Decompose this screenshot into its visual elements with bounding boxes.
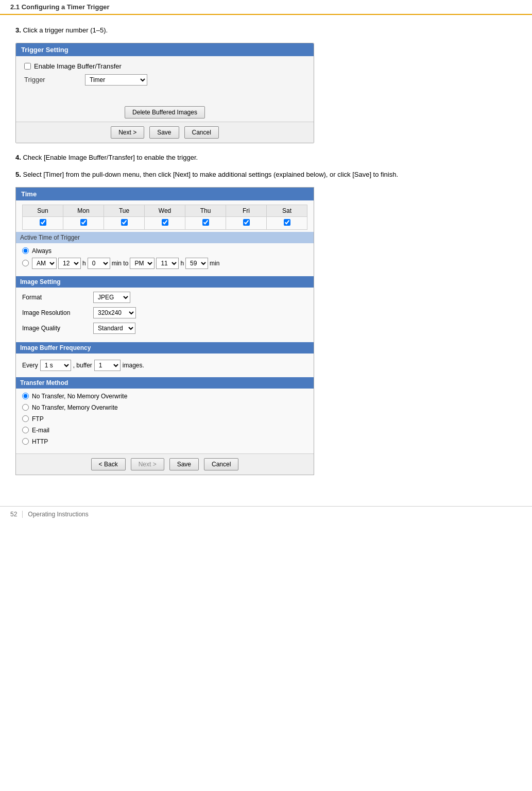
enable-image-label: Enable Image Buffer/Transfer <box>34 62 122 70</box>
from-min-select[interactable]: 01510 1520304559 <box>88 258 110 269</box>
always-label: Always <box>32 247 52 255</box>
time-section-header: Time <box>16 188 314 200</box>
from-ampm-select[interactable]: AMPM <box>32 258 57 269</box>
always-row: Always <box>22 247 307 255</box>
save-button[interactable]: Save <box>169 458 199 470</box>
transfer-radio-4[interactable] <box>22 438 29 445</box>
trigger-cancel-button[interactable]: Cancel <box>184 126 219 139</box>
trigger-select[interactable]: Timer Schedule Motion Detection <box>85 74 147 86</box>
day-thu-header: Thu <box>185 205 226 216</box>
step-4-text: Check [Enable Image Buffer/Transfer] to … <box>23 154 198 161</box>
enable-image-row: Enable Image Buffer/Transfer <box>24 62 305 70</box>
time-range-radio[interactable] <box>22 260 29 266</box>
transfer-option-2: FTP <box>22 415 307 423</box>
transfer-radio-2[interactable] <box>22 415 29 422</box>
cancel-button[interactable]: Cancel <box>204 458 238 470</box>
time-days-area: Sun Mon Tue Wed Thu Fri Sat <box>16 200 314 232</box>
buffer-select[interactable]: 123 4510 2050100 <box>94 360 121 371</box>
format-label: Format <box>22 294 89 301</box>
buffer-label: , buffer <box>73 362 92 369</box>
page-footer: 52 Operating Instructions <box>0 506 532 522</box>
trigger-setting-panel: Trigger Setting Enable Image Buffer/Tran… <box>15 43 314 143</box>
day-sun-checkbox[interactable] <box>40 219 46 226</box>
back-button[interactable]: < Back <box>91 458 126 470</box>
transfer-radio-0[interactable] <box>22 393 29 399</box>
quality-select[interactable]: StandardFineSuperfine <box>93 323 135 334</box>
transfer-label-3: E-mail <box>32 427 49 434</box>
transfer-label-2: FTP <box>32 415 44 423</box>
trigger-setting-footer: Next > Save Cancel <box>16 122 314 143</box>
from-h-select[interactable]: 12123 4567 891011 <box>58 258 81 269</box>
trigger-setting-body: Enable Image Buffer/Transfer Trigger Tim… <box>16 56 314 119</box>
transfer-method-header: Transfer Method <box>16 377 314 389</box>
next-button[interactable]: Next > <box>131 458 164 470</box>
delete-buffered-button[interactable]: Delete Buffered Images <box>125 106 205 119</box>
enable-image-checkbox[interactable] <box>24 63 31 70</box>
day-mon-cell <box>63 216 104 229</box>
step-5-num: 5. <box>15 171 21 178</box>
step-3-num: 3. <box>15 26 21 34</box>
transfer-option-0: No Transfer, No Memory Overwrite <box>22 393 307 400</box>
trigger-save-button[interactable]: Save <box>149 126 179 139</box>
page-content: 3. Click a trigger number (1–5). Trigger… <box>0 15 532 496</box>
page-title: 2.1 Configuring a Timer Trigger <box>10 3 110 11</box>
time-main-panel: Time Sun Mon Tue Wed Thu Fri Sat <box>15 187 314 475</box>
quality-row: Image Quality StandardFineSuperfine <box>22 323 307 334</box>
to-ampm-select[interactable]: AMPM <box>130 258 155 269</box>
every-row: Every 1 s2 s5 s 10 s30 s1 min , buffer 1… <box>22 358 307 373</box>
time-range-row: AMPM 12123 4567 891011 h 01510 152030455… <box>22 258 307 269</box>
day-tue-cell <box>104 216 145 229</box>
delete-row: Delete Buffered Images <box>24 106 305 119</box>
image-buffer-header: Image Buffer Frequency <box>16 342 314 354</box>
transfer-radio-3[interactable] <box>22 427 29 433</box>
every-select[interactable]: 1 s2 s5 s 10 s30 s1 min <box>40 360 71 371</box>
trigger-setting-header: Trigger Setting <box>16 43 314 56</box>
day-mon-header: Mon <box>63 205 104 216</box>
step-3-text: Click a trigger number (1–5). <box>23 26 108 34</box>
to-h-select[interactable]: 12123 4567 891011 <box>156 258 179 269</box>
image-buffer-body: Every 1 s2 s5 s 10 s30 s1 min , buffer 1… <box>16 354 314 377</box>
image-setting-body: Format JPEGMJPEG Image Resolution 320x24… <box>16 288 314 342</box>
transfer-option-4: HTTP <box>22 438 307 445</box>
image-setting-header: Image Setting <box>16 276 314 288</box>
footer-page-num: 52 <box>10 511 17 518</box>
step-4-num: 4. <box>15 154 21 161</box>
page-header: 2.1 Configuring a Timer Trigger <box>0 0 532 15</box>
day-tue-checkbox[interactable] <box>121 219 128 226</box>
day-wed-checkbox[interactable] <box>162 219 168 226</box>
resolution-label: Image Resolution <box>22 309 89 316</box>
footer-divider <box>22 511 23 518</box>
day-fri-header: Fri <box>226 205 267 216</box>
h-label-to: h <box>180 260 184 267</box>
step-3: 3. Click a trigger number (1–5). <box>15 25 517 36</box>
format-select[interactable]: JPEGMJPEG <box>93 292 130 303</box>
min-label-from: min to <box>112 260 129 267</box>
footer-label: Operating Instructions <box>28 511 88 518</box>
transfer-option-3: E-mail <box>22 427 307 434</box>
day-sun-cell <box>23 216 63 229</box>
day-mon-checkbox[interactable] <box>80 219 87 226</box>
day-wed-header: Wed <box>145 205 185 216</box>
min-label-to: min <box>210 260 219 267</box>
trigger-row: Trigger Timer Schedule Motion Detection <box>24 74 305 86</box>
day-thu-checkbox[interactable] <box>202 219 209 226</box>
step-5: 5. Select [Timer] from the pull-down men… <box>15 170 517 180</box>
transfer-label-4: HTTP <box>32 438 48 445</box>
day-sat-checkbox[interactable] <box>284 219 290 226</box>
resolution-select[interactable]: 320x240640x4801280x720 <box>93 307 136 318</box>
days-table: Sun Mon Tue Wed Thu Fri Sat <box>22 205 307 230</box>
quality-label: Image Quality <box>22 325 89 332</box>
trigger-next-button[interactable]: Next > <box>111 126 144 139</box>
transfer-radio-1[interactable] <box>22 404 29 411</box>
bottom-buttons: < Back Next > Save Cancel <box>16 453 314 475</box>
day-sat-header: Sat <box>267 205 307 216</box>
step-5-text: Select [Timer] from the pull-down menu, … <box>23 171 398 178</box>
transfer-method-body: No Transfer, No Memory Overwrite No Tran… <box>16 389 314 453</box>
always-radio[interactable] <box>22 247 29 254</box>
day-fri-checkbox[interactable] <box>243 219 250 226</box>
images-label: images. <box>123 362 144 369</box>
active-time-body: Always AMPM 12123 4567 891011 h 01510 <box>16 243 314 276</box>
step-4: 4. Check [Enable Image Buffer/Transfer] … <box>15 153 517 163</box>
to-min-select[interactable]: 01510 1520304559 <box>185 258 208 269</box>
trigger-label: Trigger <box>24 76 81 83</box>
